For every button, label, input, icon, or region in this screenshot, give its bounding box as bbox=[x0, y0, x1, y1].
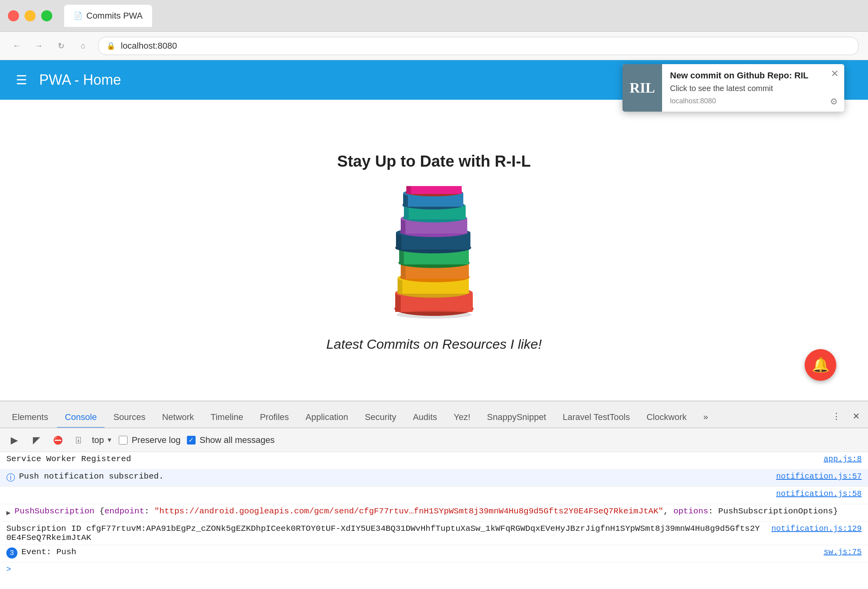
console-line-1-content: Service Worker Registered bbox=[6, 454, 816, 464]
notif-body: Click to see the latest commit bbox=[670, 84, 836, 93]
console-line-6-file[interactable]: sw.js:75 bbox=[824, 547, 862, 557]
devtools-device-button[interactable]: ◤ bbox=[29, 432, 44, 448]
browser-tab[interactable]: 📄 Commits PWA bbox=[64, 5, 152, 27]
bell-icon: 🔔 bbox=[812, 357, 830, 373]
tab-icon: 📄 bbox=[74, 11, 82, 20]
console-line-4-content: PushSubscription {endpoint: "https://and… bbox=[15, 507, 862, 516]
preserve-log-label: Preserve log bbox=[131, 435, 181, 445]
preserve-log-checkbox[interactable] bbox=[119, 436, 128, 445]
devtools-more-button[interactable]: ⋮ bbox=[828, 408, 844, 424]
show-all-messages-checkbox[interactable]: ✓ bbox=[187, 436, 196, 445]
address-text: localhost:8080 bbox=[121, 41, 177, 51]
notif-content: New commit on Github Repo: RIL Click to … bbox=[662, 64, 844, 112]
console-line-1: Service Worker Registered app.js:8 bbox=[0, 452, 868, 469]
address-field[interactable]: 🔒 localhost:8080 bbox=[98, 37, 858, 55]
console-filter-button[interactable]: ⍗ bbox=[71, 433, 86, 447]
window-chrome: 📄 Commits PWA bbox=[0, 0, 868, 32]
tab-profiles[interactable]: Profiles bbox=[252, 407, 297, 428]
hamburger-menu-button[interactable]: ☰ bbox=[16, 72, 27, 87]
minimize-button[interactable] bbox=[25, 10, 36, 21]
console-messages: Service Worker Registered app.js:8 ⓘ Pus… bbox=[0, 452, 868, 589]
svg-rect-10 bbox=[401, 264, 405, 279]
expand-icon[interactable]: ▶ bbox=[6, 508, 11, 517]
console-badge-3: 3 bbox=[6, 547, 17, 559]
notif-icon-area: RIL bbox=[622, 64, 662, 112]
page-subtitle: Latest Commits on Resources I like! bbox=[326, 336, 542, 352]
lock-icon: 🔒 bbox=[107, 42, 115, 50]
tab-bar: 📄 Commits PWA bbox=[64, 5, 860, 27]
forward-button[interactable]: → bbox=[32, 39, 46, 53]
show-all-messages-group: ✓ Show all messages bbox=[187, 435, 275, 445]
devtools-inspect-button[interactable]: ▶ bbox=[6, 432, 22, 448]
devtools-tab-icons: ⋮ ✕ bbox=[828, 408, 864, 428]
traffic-lights bbox=[8, 10, 52, 21]
console-toolbar: ▶ ◤ ⛔ ⍗ top ▼ Preserve log ✓ Show all me… bbox=[0, 428, 868, 452]
tab-security[interactable]: Security bbox=[357, 407, 404, 428]
notif-title: New commit on Github Repo: RIL bbox=[670, 70, 836, 81]
svg-rect-34 bbox=[406, 186, 411, 194]
tab-elements[interactable]: Elements bbox=[4, 407, 56, 428]
notif-ril-text: RIL bbox=[630, 80, 655, 96]
refresh-button[interactable]: ↻ bbox=[54, 39, 68, 53]
tab-title: Commits PWA bbox=[86, 11, 143, 21]
svg-rect-33 bbox=[406, 186, 462, 194]
console-line-5-content: Subscription ID cfgF77rtuvM:APA91bEgPz_c… bbox=[6, 524, 763, 542]
console-line-2-file[interactable]: notification.js:57 bbox=[776, 472, 862, 481]
tab-application[interactable]: Application bbox=[298, 407, 356, 428]
notif-close-button[interactable]: ✕ bbox=[831, 68, 839, 79]
tab-sources[interactable]: Sources bbox=[105, 407, 153, 428]
address-bar-row: ← → ↻ ⌂ 🔒 localhost:8080 bbox=[0, 32, 868, 60]
console-line-2-content: Push notification subscribed. bbox=[19, 472, 768, 481]
show-all-messages-label: Show all messages bbox=[200, 435, 275, 445]
console-context-label: top bbox=[92, 435, 104, 445]
page-heading: Stay Up to Date with R-I-L bbox=[337, 152, 531, 170]
notif-url: localhost:8080 bbox=[670, 97, 836, 105]
home-button[interactable]: ⌂ bbox=[76, 39, 90, 53]
app-title: PWA - Home bbox=[39, 72, 121, 88]
back-button[interactable]: ← bbox=[10, 39, 24, 53]
devtools-panel: Elements Console Sources Network Timelin… bbox=[0, 401, 868, 589]
tab-yez[interactable]: Yez! bbox=[446, 407, 478, 428]
close-button[interactable] bbox=[8, 10, 19, 21]
notification-popup: RIL New commit on Github Repo: RIL Click… bbox=[622, 64, 844, 112]
tab-audits[interactable]: Audits bbox=[405, 407, 445, 428]
console-line-6: 3 Event: Push sw.js:75 bbox=[0, 545, 868, 562]
tab-network[interactable]: Network bbox=[154, 407, 202, 428]
maximize-button[interactable] bbox=[41, 10, 52, 21]
chevron-down-icon: ▼ bbox=[107, 437, 113, 444]
tab-laravel-test-tools[interactable]: Laravel TestTools bbox=[555, 407, 638, 428]
tab-snappy-snippet[interactable]: SnappySnippet bbox=[479, 407, 554, 428]
devtools-close-button[interactable]: ✕ bbox=[848, 408, 864, 424]
console-clear-button[interactable]: ⛔ bbox=[51, 433, 65, 447]
info-icon: ⓘ bbox=[6, 472, 15, 484]
main-content: Stay Up to Date with R-I-L bbox=[0, 100, 868, 401]
console-line-5: Subscription ID cfgF77rtuvM:APA91bEgPz_c… bbox=[0, 522, 868, 545]
tab-clockwork[interactable]: Clockwork bbox=[639, 407, 695, 428]
console-line-1-file[interactable]: app.js:8 bbox=[824, 454, 862, 464]
console-line-5-file[interactable]: notification.js:129 bbox=[771, 524, 862, 533]
notif-gear-button[interactable]: ⚙ bbox=[830, 97, 838, 107]
console-prompt[interactable]: > bbox=[0, 562, 868, 576]
svg-point-36 bbox=[396, 311, 472, 319]
console-line-6-content: Event: Push bbox=[21, 547, 816, 557]
console-context-select[interactable]: top ▼ bbox=[92, 435, 112, 445]
bell-fab-button[interactable]: 🔔 bbox=[805, 349, 836, 381]
prompt-arrow-icon: > bbox=[6, 565, 11, 574]
console-line-3-file[interactable]: notification.js:58 bbox=[776, 489, 862, 498]
tab-console[interactable]: Console bbox=[57, 407, 105, 428]
tab-timeline[interactable]: Timeline bbox=[203, 407, 251, 428]
tab-more[interactable]: » bbox=[695, 407, 716, 428]
console-line-3: notification.js:58 bbox=[0, 487, 868, 504]
console-line-4: ▶ PushSubscription {endpoint: "https://a… bbox=[0, 504, 868, 522]
console-line-2: ⓘ Push notification subscribed. notifica… bbox=[0, 469, 868, 487]
checkmark-icon: ✓ bbox=[188, 436, 194, 444]
books-image bbox=[371, 186, 497, 321]
devtools-tabs: Elements Console Sources Network Timelin… bbox=[0, 401, 868, 428]
preserve-log-group: Preserve log bbox=[119, 435, 181, 445]
